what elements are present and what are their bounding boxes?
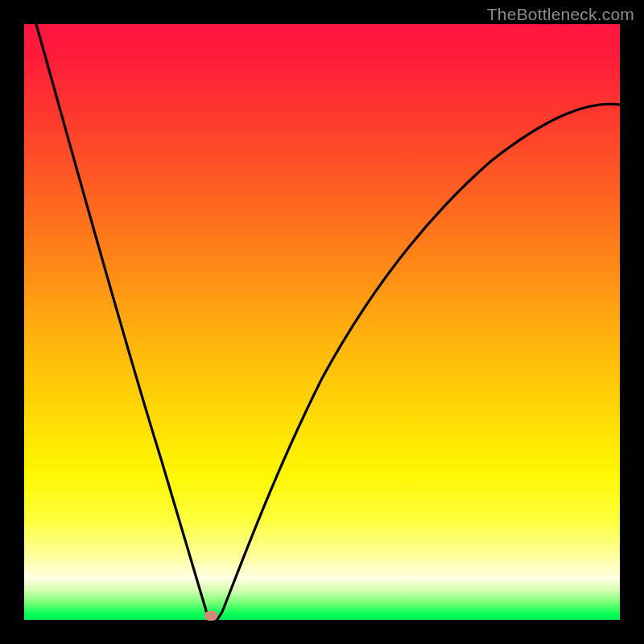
- min-marker: [204, 611, 217, 621]
- watermark-text: TheBottleneck.com: [487, 5, 634, 24]
- chart-stage: TheBottleneck.com: [0, 0, 644, 644]
- bottleneck-curve: [24, 24, 620, 620]
- curve-path: [36, 24, 620, 621]
- plot-area: [24, 24, 620, 620]
